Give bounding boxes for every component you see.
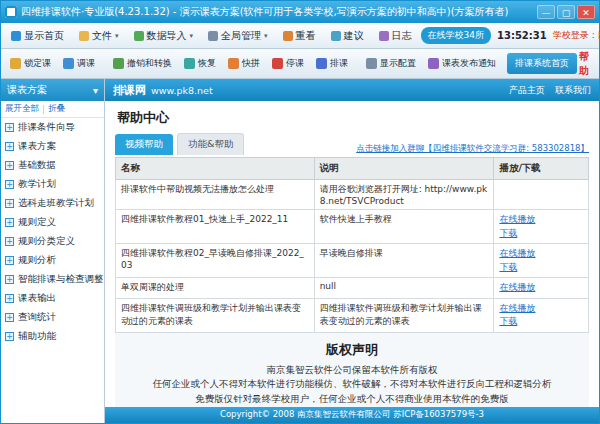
download-link[interactable]: 下载 [499, 261, 583, 275]
plus-box-icon: + [5, 199, 14, 208]
play-online-link[interactable]: 在线播放 [499, 302, 583, 316]
suspend-course-button[interactable]: 停课 [267, 53, 309, 74]
plus-box-icon: + [5, 161, 14, 170]
video-name: 四维排课软件教程02_早读晚自修排课_2022_03 [116, 244, 315, 278]
sidebar-tree: +排课条件向导 +课表方案 +基础数据 +教学计划 +选科走班教学计划 +规则定… [1, 118, 104, 346]
sidebar-item-rule-define[interactable]: +规则定义 [1, 213, 104, 232]
video-actions: 在线播放 下载 [494, 210, 589, 244]
move-course-button[interactable]: 调课 [58, 53, 100, 74]
video-desc: 请用谷歌浏览器打开网址: http://www.pk8.net/TSVCProd… [314, 180, 494, 210]
sidebar-item-output[interactable]: +课表输出 [1, 289, 104, 308]
video-actions: 在线播放 [494, 278, 589, 299]
tool-bar: 锁定课 调课 撤销和转换 恢复 快拼 停课 排课 显示配置 [1, 49, 599, 79]
stop-icon [272, 58, 283, 69]
plus-box-icon: + [5, 332, 14, 341]
sidebar-item-aux-functions[interactable]: +辅助功能 [1, 327, 104, 346]
minimize-button[interactable]: — [537, 5, 555, 19]
column-header-play: 播放/下载 [494, 158, 589, 180]
download-link[interactable]: 下载 [499, 315, 583, 329]
log-icon [379, 31, 389, 41]
schedule-button[interactable]: 排课 [311, 53, 353, 74]
plus-box-icon: + [5, 142, 14, 151]
chevron-down-icon: ▾ [115, 32, 119, 40]
play-online-link[interactable]: 在线播放 [499, 213, 583, 227]
sidebar: 课表方案 ▾ 展开全部 折叠 +排课条件向导 +课表方案 +基础数据 +教学计划… [1, 79, 105, 423]
publish-icon [428, 58, 439, 69]
content-area: 排课网 www.pk8.net 产品主页 联系我们 帮助中心 视频帮助 功能&帮… [105, 79, 599, 423]
redo-icon [184, 58, 195, 69]
suggest-button[interactable]: 建议 [325, 26, 370, 46]
tabs-row: 视频帮助 功能&帮助 点击链接加入群聊【四维排课软件交流学习群: 5833028… [115, 133, 589, 155]
sidebar-item-elective-plan[interactable]: +选科走班教学计划 [1, 194, 104, 213]
sidebar-item-rule-analysis[interactable]: +规则分析 [1, 251, 104, 270]
review-button[interactable]: 重看 [277, 26, 322, 46]
sidebar-item-teaching-plan[interactable]: +教学计划 [1, 175, 104, 194]
plus-box-icon: + [5, 275, 14, 284]
copyright-section: 版权声明 南京集智云软件公司保留本软件所有版权 任何企业或个人不得对本软件进行功… [115, 333, 589, 408]
review-icon [283, 31, 293, 41]
swap-icon [63, 58, 74, 69]
sidebar-item-rule-category[interactable]: +规则分类定义 [1, 232, 104, 251]
help-link[interactable]: 帮助 [579, 50, 595, 78]
contact-us-link[interactable]: 联系我们 [555, 84, 591, 97]
sidebar-scheme-dropdown[interactable]: 课表方案 ▾ [1, 79, 104, 101]
close-button[interactable]: ✕ [577, 5, 595, 19]
play-online-link[interactable]: 在线播放 [499, 247, 583, 261]
file-menu[interactable]: 文件 ▾ [73, 26, 125, 46]
publish-notice-button[interactable]: 课表发布通知 [423, 53, 501, 74]
config-icon [366, 58, 377, 69]
online-schools-badge[interactable]: 在线学校34所 [421, 27, 491, 44]
plus-box-icon: + [5, 313, 14, 322]
restore-button[interactable]: 恢复 [179, 53, 221, 74]
lock-icon [10, 58, 21, 69]
sidebar-tools: 展开全部 折叠 [1, 101, 104, 118]
chevron-down-icon: ▾ [264, 32, 268, 40]
tab-function-help[interactable]: 功能&帮助 [177, 133, 244, 155]
play-online-link[interactable]: 在线播放 [499, 281, 583, 295]
folder-icon [79, 31, 89, 41]
qq-group-link[interactable]: 点击链接加入群聊【四维排课软件交流学习群: 583302818】 [356, 143, 589, 155]
maximize-button[interactable]: ▢ [557, 5, 575, 19]
copyright-line: 任何企业或个人不得对本软件进行功能模仿、软件破解，不得对本软件进行反向工程和逻辑… [121, 377, 583, 392]
quick-icon [228, 58, 239, 69]
collapse-link[interactable]: 折叠 [48, 103, 65, 115]
menu-bar: 显示首页 文件 ▾ 数据导入 ▾ 全局管理 ▾ 重看 建议 日志 [1, 23, 599, 49]
copyright-title: 版权声明 [121, 341, 583, 359]
show-home-button[interactable]: 显示首页 [5, 26, 70, 46]
log-button[interactable]: 日志 [373, 26, 418, 46]
sidebar-item-wizard[interactable]: +排课条件向导 [1, 118, 104, 137]
suggest-icon [331, 31, 341, 41]
page-footer: Copyright© 2008 南京集智云软件有限公司 苏ICP备1603757… [105, 407, 599, 423]
sidebar-item-scheme[interactable]: +课表方案 [1, 137, 104, 156]
divider [43, 105, 44, 114]
gear-icon [208, 31, 218, 41]
app-window: 四维排课软件·专业版(4.23.1.32) - 演示课表方案(软件可用于各类学校… [0, 0, 600, 424]
main-area: 课表方案 ▾ 展开全部 折叠 +排课条件向导 +课表方案 +基础数据 +教学计划… [1, 79, 599, 423]
tab-video-help[interactable]: 视频帮助 [115, 134, 173, 155]
video-actions: 在线播放 下载 [494, 298, 589, 332]
quick-arrange-button[interactable]: 快拼 [223, 53, 265, 74]
sidebar-item-base-data[interactable]: +基础数据 [1, 156, 104, 175]
sidebar-item-query-stats[interactable]: +查询统计 [1, 308, 104, 327]
scheduling-system-home-button[interactable]: 排课系统首页 [507, 53, 577, 74]
plus-box-icon: + [5, 123, 14, 132]
global-manage-menu[interactable]: 全局管理 ▾ [202, 26, 274, 46]
expand-all-link[interactable]: 展开全部 [5, 103, 39, 115]
video-name: 单双周课的处理 [116, 278, 315, 299]
help-video-table: 名称 说明 播放/下载 排课软件中帮助视频无法播放怎么处理 请用谷歌浏览器打开网… [115, 157, 589, 333]
display-config-button[interactable]: 显示配置 [361, 53, 421, 74]
site-url-link[interactable]: www.pk8.net [151, 85, 213, 96]
copyright-line: 免费版仅针对最终学校用户，任何企业或个人不得商业使用本软件的免费版 [121, 392, 583, 407]
table-row: 四维排课软件教程02_早读晚自修排课_2022_03 早读晚自修排课 在线播放 … [116, 244, 589, 278]
table-row: 四维排课软件教程01_快速上手_2022_11 软件快速上手教程 在线播放 下载 [116, 210, 589, 244]
undo-redo-button[interactable]: 撤销和转换 [108, 53, 177, 74]
download-link[interactable]: 下载 [499, 227, 583, 241]
plus-box-icon: + [5, 218, 14, 227]
lock-course-button[interactable]: 锁定课 [5, 53, 56, 74]
product-home-link[interactable]: 产品主页 [509, 84, 545, 97]
data-import-menu[interactable]: 数据导入 ▾ [128, 26, 200, 46]
sidebar-item-smart-schedule[interactable]: +智能排课与检查调整 [1, 270, 104, 289]
app-icon [5, 6, 17, 18]
plus-box-icon: + [5, 256, 14, 265]
chevron-down-icon: ▾ [190, 32, 194, 40]
